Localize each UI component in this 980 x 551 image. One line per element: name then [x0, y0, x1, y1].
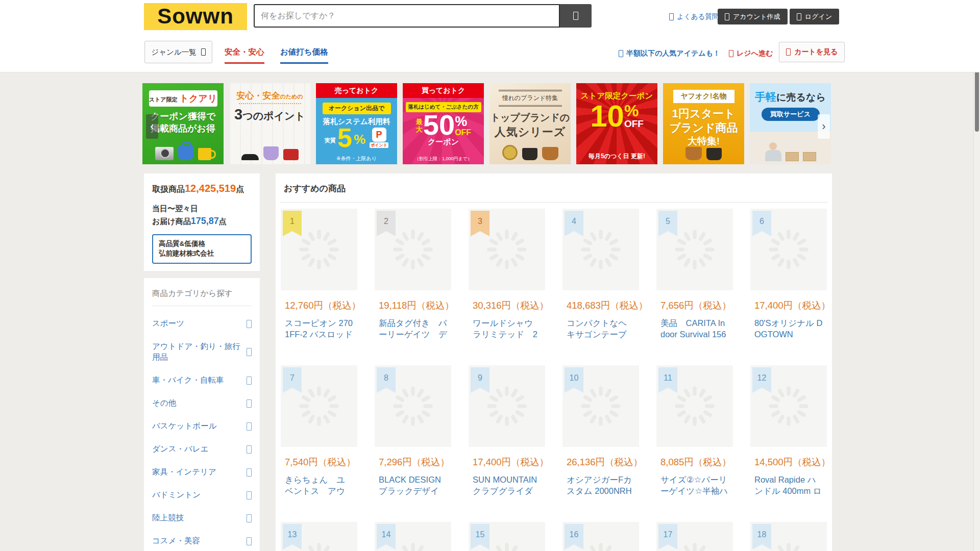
title-text: つのポイント [242, 110, 305, 121]
product-price: 7,296円（税込） [379, 456, 451, 468]
product-card[interactable]: 8 7,296円（税込） BLACK DESIGN ブラックデザイン ツリ... [375, 365, 451, 522]
product-card[interactable]: 9 17,400円（税込） SUN MOUNTAIN クラブグライダー メリデ.… [469, 365, 545, 522]
tab-bargain[interactable]: お値打ち価格 [280, 47, 328, 64]
banner-store-coupon-10pct[interactable]: ストア限定クーポン 10 % OFF 毎月5のつく日 更新! [576, 83, 657, 164]
sidebar-category-item[interactable]: 家具・インテリア [152, 467, 252, 478]
product-title-link[interactable]: オシアジガーFカスタム 2000NRHG [567, 474, 635, 496]
rank-badge: 5 [658, 211, 677, 236]
bag-image [542, 147, 558, 160]
box-image [803, 152, 816, 161]
site-header: Sowwn よくある質問 アカウント作成 ログイン ジャンル一覧 安全・安心 お… [0, 0, 980, 72]
sidebar-category-item[interactable]: アウトドア・釣り・旅行用品 [152, 341, 252, 363]
store-stats-card: 取扱商品12,425,519点 当日〜翌々日 お届け商品175,87点 高品質&… [144, 173, 260, 271]
product-card[interactable]: 15 [469, 522, 545, 551]
sidebar-category-item[interactable]: スポーツ [152, 318, 252, 329]
product-card[interactable]: 4 418,683円（税込） コンパクトなヘキサゴンテーブル ヘキ男... [562, 209, 639, 365]
banner-note: ※条件・上限あり [316, 155, 397, 162]
badge-name: トクアリ [180, 92, 217, 105]
product-title-link[interactable]: 美品 CARITA Indoor Survival 156 スノー... [660, 317, 729, 340]
product-card[interactable]: 18 [750, 522, 827, 551]
product-price: 17,400円（税込） [754, 299, 827, 312]
search-button[interactable] [560, 4, 592, 28]
product-title-link[interactable]: 新品タグ付き パーリーゲイツ デニム風... [379, 317, 447, 340]
product-price: 7,656円（税込） [660, 299, 733, 312]
category-label: 車・バイク・自転車 [152, 375, 224, 386]
pct-off: % OFF [624, 103, 644, 129]
half-price-link[interactable]: 半額以下の人気アイテムも！ [619, 49, 720, 58]
product-card[interactable]: 16 [562, 522, 639, 551]
sidebar-category-item[interactable]: ダンス・バレエ [152, 444, 252, 455]
search-input[interactable] [254, 4, 560, 28]
delivery-label: お届け商品 [152, 217, 191, 226]
product-card[interactable]: 12 14,500円（税込） Roval Rapide ハンドル 400mm ロ… [750, 365, 827, 522]
banner-text: 人気シリーズ [489, 124, 571, 140]
banner-buy-50pct-coupon[interactable]: 買っておトク 落札はじめて・ごぶさたの方 最大 50 % OFF クーポン （割… [403, 83, 484, 164]
search-bar [254, 4, 592, 28]
product-card[interactable]: 6 17,400円（税込） 80'Sオリジナル DOGTOWN [750, 209, 827, 365]
sidebar-category-item[interactable]: その他 [152, 398, 252, 409]
sidebar-category-item[interactable]: バスケットボール [152, 421, 252, 432]
loading-spinner-icon [296, 226, 342, 273]
product-title-link[interactable]: スコーピオン 2701FF-2 バスロッド [285, 317, 353, 340]
banner-top-brands[interactable]: 憧れのブランド特集 トップブランドの 人気シリーズ [489, 83, 571, 164]
product-card[interactable]: 5 7,656円（税込） 美品 CARITA Indoor Survival 1… [656, 209, 733, 365]
sidebar: 取扱商品12,425,519点 当日〜翌々日 お届け商品175,87点 高品質&… [144, 173, 260, 551]
view-cart-button[interactable]: カートを見る [779, 42, 845, 62]
banner-pill: 買取サービス [762, 108, 820, 121]
product-title-link[interactable]: ワールドシャウラリミテッド 2701FF-3 ... [473, 317, 541, 340]
sidebar-category-item[interactable]: 陸上競技 [152, 513, 252, 523]
product-title-link[interactable]: Roval Rapide ハンドル 400mm ロバール ラ... [754, 474, 823, 496]
product-price: 26,136円（税込） [567, 456, 639, 468]
product-card[interactable]: 10 26,136円（税込） オシアジガーFカスタム 2000NRHG [562, 365, 639, 522]
checkout-link[interactable]: レジへ進む [729, 49, 773, 58]
product-title-link[interactable]: サイズ②☆パーリーゲイツ☆半袖ハイネッ... [660, 474, 729, 496]
handled-label: 取扱商品 [152, 185, 185, 193]
carousel-next-button[interactable]: › [818, 114, 830, 139]
site-logo[interactable]: Sowwn [144, 3, 247, 30]
product-title-link[interactable]: 80'Sオリジナル DOGTOWN [754, 317, 823, 340]
product-card[interactable]: 7 7,540円（税込） きらちょん ユベントス アウェイユニフ... [281, 365, 357, 522]
product-price: 7,540円（税込） [285, 456, 357, 468]
badge-prefix: ストア限定 [149, 96, 178, 104]
product-price: 418,683円（税込） [567, 299, 639, 312]
store-link-box[interactable]: 高品質&低価格 弘前建材株式会社 [152, 234, 252, 264]
product-card[interactable]: 17 [656, 522, 733, 551]
loading-spinner-icon [765, 226, 812, 273]
product-title-link[interactable]: SUN MOUNTAIN クラブグライダー メリデ... [473, 474, 541, 496]
shoe-image [241, 154, 259, 160]
faq-link[interactable]: よくある質問 [669, 12, 719, 21]
category-list: スポーツアウトドア・釣り・旅行用品車・バイク・自転車その他バスケットボールダンス… [152, 318, 252, 551]
banner-product-images [142, 146, 224, 160]
sidebar-category-item[interactable]: 車・バイク・自転車 [152, 375, 252, 386]
product-card[interactable]: 2 19,118円（税込） 新品タグ付き パーリーゲイツ デニム風... [375, 209, 451, 365]
product-title-link[interactable]: BLACK DESIGN ブラックデザイン ツリ... [379, 474, 447, 496]
banner-note: 毎月5のつく日 更新! [576, 152, 657, 161]
carousel-prev-button[interactable]: ‹ [146, 114, 158, 139]
banner-label: ヤフオク!名物 [673, 90, 734, 103]
login-button[interactable]: ログイン [790, 9, 839, 24]
product-card[interactable]: 3 30,316円（税込） ワールドシャウラリミテッド 2701FF-3 ... [469, 209, 545, 365]
banner-1yen-start[interactable]: ヤフオク!名物 1円スタート ブランド商品 大特集! [663, 83, 744, 164]
text: に売るなら [776, 92, 826, 103]
sidebar-category-item[interactable]: バドミントン [152, 490, 252, 500]
banner-text: ブランド商品 [663, 121, 744, 135]
loading-spinner-icon [483, 383, 530, 430]
tab-safety[interactable]: 安全・安心 [225, 47, 264, 64]
product-title-link[interactable]: きらちょん ユベントス アウェイユニフ... [285, 474, 353, 496]
genre-menu-button[interactable]: ジャンル一覧 [144, 41, 212, 63]
banner-carousel: ストア限定 トクアリ クーポン獲得で 掲載商品がお得 安心・安全のための 3つの… [142, 83, 832, 164]
product-card[interactable]: 14 [375, 522, 451, 551]
product-title-link[interactable]: コンパクトなヘキサゴンテーブル ヘキ男... [567, 317, 635, 340]
product-card[interactable]: 1 12,760円（税込） スコーピオン 2701FF-2 バスロッド [281, 209, 357, 365]
tagline-em: 安心・安全 [236, 91, 280, 101]
sidebar-category-item[interactable]: コスメ・美容 [152, 536, 252, 546]
banner-big-number: 10 % OFF [576, 103, 657, 129]
banner-three-points[interactable]: 安心・安全のための 3つのポイント [229, 83, 310, 164]
product-card[interactable]: 11 8,085円（税込） サイズ②☆パーリーゲイツ☆半袖ハイネッ... [656, 365, 733, 522]
create-account-button[interactable]: アカウント作成 [718, 9, 788, 24]
rank-badge: 8 [377, 367, 396, 393]
create-account-label: アカウント作成 [733, 12, 780, 21]
category-card-title: 商品カテゴリから探す [152, 288, 252, 306]
product-card[interactable]: 13 [281, 522, 357, 551]
banner-sell-fee-5pct[interactable]: 売っておトク オークション出品で 落札システム利用料 実質 5 % P ポイント… [316, 83, 397, 164]
